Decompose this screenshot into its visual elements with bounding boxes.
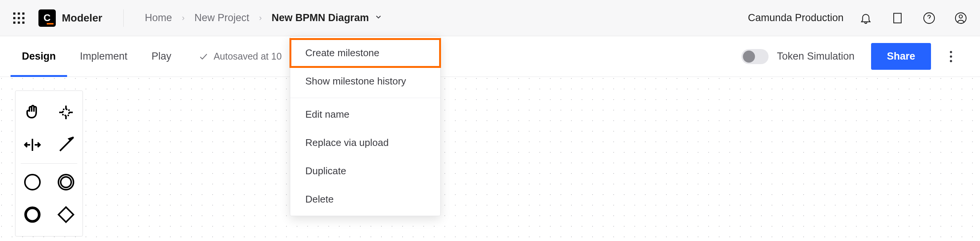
help-icon[interactable] bbox=[922, 11, 936, 25]
diagram-actions-menu: Create milestone Show milestone history … bbox=[290, 36, 441, 216]
breadcrumb-current-label: New BPMN Diagram bbox=[272, 12, 369, 24]
token-simulation-toggle[interactable]: Token Simulation bbox=[741, 49, 854, 64]
org-name[interactable]: Camunda Production bbox=[748, 12, 843, 24]
hand-tool-icon[interactable] bbox=[16, 96, 49, 129]
bell-icon[interactable] bbox=[859, 11, 873, 25]
breadcrumb: Home › New Project › New BPMN Diagram bbox=[145, 12, 382, 24]
chevron-down-icon bbox=[374, 12, 383, 24]
share-button[interactable]: Share bbox=[871, 43, 931, 70]
svg-point-23 bbox=[61, 177, 71, 187]
svg-point-24 bbox=[25, 208, 39, 221]
end-event-icon[interactable] bbox=[16, 198, 49, 231]
lasso-tool-icon[interactable] bbox=[49, 96, 83, 129]
menu-show-milestone-history[interactable]: Show milestone history bbox=[290, 67, 440, 96]
top-bar: C Modeler Home › New Project › New BPMN … bbox=[0, 0, 980, 36]
start-event-icon[interactable] bbox=[16, 166, 49, 198]
menu-replace-via-upload[interactable]: Replace via upload bbox=[290, 129, 440, 157]
svg-marker-20 bbox=[69, 137, 73, 140]
canvas[interactable] bbox=[0, 77, 980, 241]
menu-create-milestone[interactable]: Create milestone bbox=[290, 39, 440, 67]
connect-tool-icon[interactable] bbox=[49, 129, 83, 161]
menu-edit-name[interactable]: Edit name bbox=[290, 101, 440, 129]
toggle-label: Token Simulation bbox=[777, 51, 854, 62]
toggle-switch[interactable] bbox=[741, 49, 768, 64]
tab-design[interactable]: Design bbox=[22, 36, 56, 77]
product-logo[interactable]: C bbox=[38, 10, 56, 27]
autosave-status: Autosaved at 10 bbox=[199, 51, 282, 62]
tab-bar: Design Implement Play Autosaved at 10 To… bbox=[0, 36, 980, 77]
tab-implement[interactable]: Implement bbox=[80, 36, 127, 77]
more-menu-icon[interactable] bbox=[944, 49, 958, 64]
breadcrumb-current[interactable]: New BPMN Diagram bbox=[272, 12, 383, 24]
chevron-right-icon: › bbox=[259, 13, 262, 23]
breadcrumb-project[interactable]: New Project bbox=[194, 12, 250, 24]
svg-rect-25 bbox=[59, 207, 73, 222]
building-icon[interactable] bbox=[890, 11, 905, 25]
tool-palette bbox=[15, 91, 83, 236]
chevron-right-icon: › bbox=[182, 13, 184, 23]
user-icon[interactable] bbox=[954, 11, 968, 25]
menu-duplicate[interactable]: Duplicate bbox=[290, 157, 440, 185]
svg-rect-15 bbox=[63, 109, 69, 115]
app-switcher-icon[interactable] bbox=[12, 11, 25, 25]
svg-rect-0 bbox=[894, 13, 901, 23]
palette-divider bbox=[21, 163, 77, 164]
breadcrumb-home[interactable]: Home bbox=[145, 12, 172, 24]
product-name: Modeler bbox=[62, 12, 102, 24]
tab-play[interactable]: Play bbox=[151, 36, 172, 77]
gateway-icon[interactable] bbox=[49, 198, 83, 231]
svg-point-21 bbox=[25, 175, 40, 190]
svg-point-10 bbox=[959, 15, 963, 18]
intermediate-event-icon[interactable] bbox=[49, 166, 83, 198]
divider bbox=[123, 10, 124, 27]
autosave-text: Autosaved at 10 bbox=[214, 51, 282, 62]
space-tool-icon[interactable] bbox=[16, 129, 49, 161]
menu-delete[interactable]: Delete bbox=[290, 185, 440, 214]
svg-line-19 bbox=[60, 140, 70, 151]
